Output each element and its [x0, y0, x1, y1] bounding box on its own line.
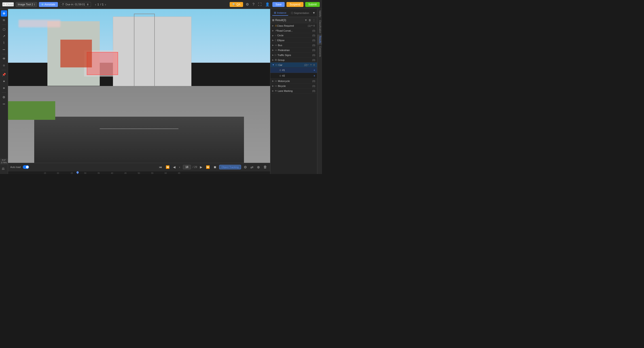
close-button[interactable]: ✕ Close — [2, 2, 14, 7]
canvas-area[interactable]: Auto load ⏮ ⏪ ◀ ‹ 18 / 29 ▶ ⏩ ⏹ Object T… — [8, 9, 270, 174]
skip-end-button[interactable]: ⏹ — [212, 165, 217, 169]
settings-icon-button[interactable]: ⚙ — [245, 1, 250, 8]
ellipse-item[interactable]: ▶ ⬯ Ellipse (0) — [270, 38, 317, 43]
expand-motorcycle[interactable]: ▶ — [272, 80, 274, 82]
timeline-numbers: 15 20 25 30 35 40 45 50 55 60 65 — [8, 171, 270, 174]
annotate-dot — [42, 4, 44, 5]
nav-next-button[interactable]: › — [105, 3, 106, 6]
bottom-controls: Auto load ⏮ ⏪ ◀ ‹ 18 / 29 ▶ ⏩ ⏹ Object T… — [8, 163, 270, 174]
suspend-button[interactable]: Suspend — [286, 2, 303, 7]
group-icon: ⊞ — [275, 58, 277, 61]
arrow-tool-button[interactable]: ↗ — [1, 33, 7, 39]
classification-side-tab[interactable]: Classification — [317, 19, 322, 35]
motorcycle-item[interactable]: ▶ ▭ Motorcycle (0) — [270, 79, 317, 84]
tracking-settings-icon[interactable]: ⚙ — [243, 164, 248, 170]
clock-tool-button[interactable]: ⊙ — [1, 62, 7, 69]
skip-start-button[interactable]: ⏮ — [158, 165, 163, 169]
pause-icon[interactable]: ⏸ — [86, 3, 89, 6]
expand-group[interactable]: ▶ — [272, 59, 274, 61]
object-tracking-button[interactable]: Object Tracking — [219, 165, 241, 169]
tracking-delete-icon[interactable]: 🗑 — [262, 164, 268, 170]
map-tool-button[interactable]: ⊕ — [1, 85, 7, 91]
results-side-tab[interactable]: Results — [317, 35, 322, 45]
car-hide-button[interactable]: 👁 — [310, 64, 312, 66]
lane-marking-item[interactable]: ▶ ≋ Lane Marking (0) — [270, 88, 317, 93]
group-count: (0) — [312, 59, 315, 61]
fast-forward-button[interactable]: ⏩ — [205, 165, 211, 169]
expand-circle[interactable]: ▶ — [272, 34, 274, 37]
eye-tool-button[interactable]: 👁 — [1, 56, 7, 62]
car-sub-item-2[interactable]: ▶ ⊙ #2 + — [270, 73, 317, 79]
expand-class-required[interactable]: ▶ — [272, 24, 274, 27]
tracking-icon-2[interactable]: ⊕ — [256, 164, 261, 170]
expand-ellipse[interactable]: ▶ — [272, 39, 274, 41]
magic-tool-button[interactable]: ✦ — [1, 78, 7, 84]
pin-tool-button[interactable]: 📌 — [1, 71, 7, 78]
auto-load-toggle[interactable] — [23, 165, 29, 169]
more-tool-button[interactable]: ••• — [1, 46, 7, 53]
line-tool-button[interactable]: ⌇ — [1, 40, 7, 46]
filter-icon-button[interactable]: ▼ — [312, 11, 315, 15]
class-required-hide[interactable]: 👁 — [311, 24, 313, 27]
instance-icon: ⊞ — [274, 11, 276, 14]
group-item[interactable]: ▶ ⊞ Group (0) — [270, 58, 317, 63]
fill-tool-button[interactable]: fill — [1, 17, 7, 23]
fullscreen-icon-button[interactable]: ⛶ — [257, 2, 262, 8]
help-icon-button[interactable]: ? — [252, 2, 255, 8]
class-required-delete[interactable]: 🗑 — [313, 24, 315, 27]
bus-item[interactable]: ▶ ▭ Bus (0) — [270, 43, 317, 48]
traffic-signs-item[interactable]: ▶ ▷ Traffic Signs (0) — [270, 53, 317, 58]
expand-traffic-signs[interactable]: ▶ — [272, 54, 274, 56]
car-edit-button[interactable]: ✏ — [307, 64, 309, 66]
comments-side-tab[interactable]: Comments — [317, 45, 322, 58]
car-sub-item-1[interactable]: ▶ ⊙ #1 + — [270, 67, 317, 73]
car-1-add-button[interactable]: + — [314, 68, 315, 72]
info-icon[interactable]: ℹ — [34, 3, 35, 6]
instance-tab[interactable]: ⊞ Instance — [272, 10, 288, 16]
car-item[interactable]: ▼ ▭ Car (2) ✏ 👁 🗑 — [270, 63, 317, 67]
car-delete-button[interactable]: 🗑 — [313, 64, 315, 66]
lane-marking-count: (0) — [312, 90, 315, 92]
results-more-button[interactable]: ⋮ — [312, 19, 315, 22]
expand-bus[interactable]: ▶ — [272, 44, 274, 46]
circle-item[interactable]: ▶ ○ Circle (0) — [270, 33, 317, 38]
shape-tool-button[interactable]: ⬡ — [1, 26, 7, 33]
nav-prev-button[interactable]: ‹ — [95, 3, 96, 6]
frame-input[interactable]: 18 — [183, 165, 191, 169]
prev-frame-button[interactable]: ◀ — [172, 165, 176, 169]
save-button[interactable]: Save — [272, 2, 285, 7]
pedestrian-item[interactable]: ▶ ▭ Pedestrian (0) — [270, 48, 317, 53]
qa-button[interactable]: 🔍 QA — [230, 2, 243, 7]
timeline-container[interactable]: 15 20 25 30 35 40 45 50 55 60 65 — [8, 171, 270, 174]
toolbar-divider-4 — [2, 92, 6, 93]
annotate-button[interactable]: Annotate — [39, 2, 58, 7]
submit-button[interactable]: Submit — [305, 2, 320, 7]
user-icon-button[interactable]: 👤 — [264, 1, 270, 8]
play-button[interactable]: ▶ — [199, 165, 203, 169]
close-icon: ✕ — [3, 3, 5, 6]
bicycle-item[interactable]: ▶ ▭ Bicycle (0) — [270, 84, 317, 88]
car-label: Car — [278, 64, 304, 66]
ellipse-icon: ⬯ — [275, 39, 276, 42]
status-area: R:0° Z:76% ⚖ — [0, 158, 8, 173]
expand-car[interactable]: ▼ — [272, 64, 274, 66]
road-curvature-item[interactable]: ▶ ↗ Road Curvat... (0) — [270, 28, 317, 33]
validity-side-tab[interactable]: Validity — [317, 9, 322, 19]
expand-lane-marking[interactable]: ▶ — [272, 90, 274, 92]
prev-step-button[interactable]: ‹ — [178, 165, 181, 169]
adjust-tool-button[interactable]: ⚖ — [0, 165, 6, 172]
expand-bicycle[interactable]: ▶ — [272, 85, 274, 87]
expand-pedestrian[interactable]: ▶ — [272, 49, 274, 51]
class-required-item[interactable]: ▶ ⚠ Class Required (1) 👁 🗑 — [270, 23, 317, 28]
segmentation-tab[interactable]: ⬡ Segmentation — [289, 11, 311, 16]
pedestrian-icon: ▭ — [275, 49, 277, 52]
expand-road-curvature[interactable]: ▶ — [272, 29, 274, 32]
move-tool-button[interactable]: ✥ — [1, 10, 7, 17]
more2-tool-button[interactable]: ••• — [1, 101, 7, 107]
results-filter-button[interactable]: ▼ — [304, 19, 307, 22]
results-delete-button[interactable]: 🗑 — [308, 19, 311, 22]
tracking-icon-1[interactable]: ⇄ — [250, 164, 254, 170]
step-back-button[interactable]: ⏪ — [165, 165, 170, 169]
gear-tool-button[interactable]: ⚙ — [1, 94, 7, 100]
car-2-add-button[interactable]: + — [314, 74, 315, 77]
